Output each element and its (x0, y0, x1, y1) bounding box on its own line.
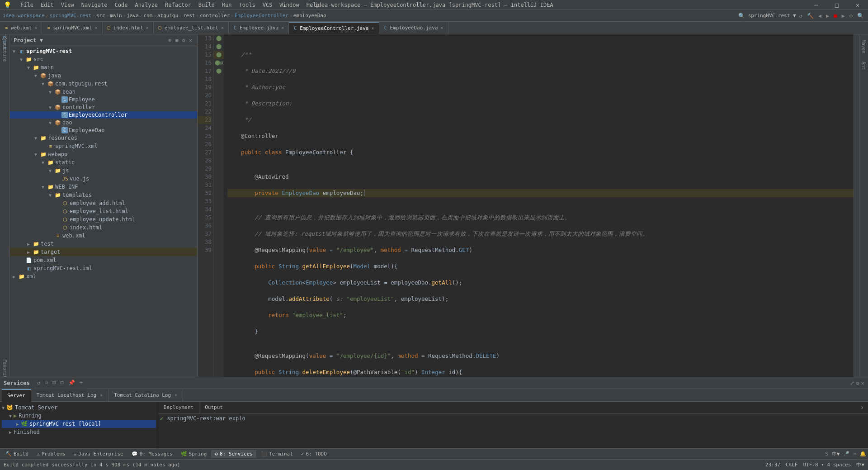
tree-item-vue-js[interactable]: ▶ JS vue.js (10, 175, 197, 183)
srv-item-tomcat[interactable]: ▼ 🐱 Tomcat Server (2, 404, 156, 412)
tab-close-employeecontroller-java[interactable]: × (370, 25, 375, 31)
srv-item-running[interactable]: ▼ ▶ Running (2, 412, 156, 420)
taskbar-todo[interactable]: ✓ 6: TODO (297, 450, 330, 458)
sidebar-close-icon[interactable]: ✕ (188, 37, 193, 44)
tree-item-target[interactable]: ▶ 📁 target (10, 248, 197, 256)
menu-refactor[interactable]: Refactor (161, 1, 195, 9)
deployment-tab[interactable]: Deployment (158, 402, 199, 413)
status-lang[interactable]: 中▼ (856, 461, 864, 468)
tree-item-dao[interactable]: ▼ 📦 dao (10, 119, 197, 127)
tab-close-employee-java[interactable]: × (280, 25, 285, 31)
tree-item-pom-xml[interactable]: ▶ 📄 pom.xml (10, 256, 197, 264)
code-content[interactable]: /** * Date:2021/7/9 * Author:ybc * Descr… (224, 34, 854, 377)
tree-item-test[interactable]: ▶ 📁 test (10, 240, 197, 248)
services-pin-icon[interactable]: 📌 (66, 379, 77, 387)
services-close-icon[interactable]: ✕ (861, 380, 864, 386)
tree-item-employee[interactable]: ▶ C Employee (10, 96, 197, 103)
taskbar-spring[interactable]: 🌿 Spring (177, 450, 211, 458)
tree-item-webinf[interactable]: ▼ 📁 WEB-INF (10, 183, 197, 191)
menu-view[interactable]: View (57, 1, 78, 9)
right-tab-maven[interactable]: Maven (860, 36, 867, 57)
tree-item-springmvc-rest[interactable]: ▼ ◧ springMVC-rest (10, 47, 197, 55)
menu-edit[interactable]: Edit (37, 1, 57, 9)
menu-analyze[interactable]: Analyze (131, 1, 161, 9)
bread-item[interactable]: EmployeeController (235, 13, 288, 19)
tab-close-employee-list-html[interactable]: × (220, 25, 225, 31)
bread-item[interactable]: src (96, 13, 105, 19)
tab-employee-list-html[interactable]: ⬡ employee_list.html × (154, 22, 229, 34)
output-tab[interactable]: Output (199, 402, 228, 413)
tree-item-templates[interactable]: ▼ 📁 templates (10, 191, 197, 199)
toolbar-forward-icon[interactable]: ▶ (825, 12, 830, 19)
tree-item-web-xml[interactable]: ▶ ≡ web.xml (10, 232, 197, 240)
services-rerun-icon[interactable]: ↺ (35, 379, 42, 387)
services-tab-localhost-log[interactable]: Tomcat Localhost Log × (31, 389, 108, 402)
services-collapse-icon[interactable]: ≡ (43, 379, 50, 387)
tree-item-bean[interactable]: ▼ 📦 bean (10, 88, 197, 96)
tab-close-springmvc-xml[interactable]: × (94, 25, 98, 31)
close-button[interactable]: ✕ (847, 0, 868, 10)
sidebar-settings-icon[interactable]: ⚙ (181, 37, 187, 44)
taskbar-problems[interactable]: ⚠ Problems (33, 450, 69, 458)
tree-item-iml[interactable]: ▶ ◧ springMVC-rest.iml (10, 264, 197, 272)
taskbar-java-enterprise[interactable]: ☕ Java Enterprise (70, 450, 127, 458)
tree-item-java[interactable]: ▼ 📦 java (10, 71, 197, 80)
services-filter-icon[interactable]: ⊟ (59, 379, 66, 387)
toolbar-search2-icon[interactable]: 🔍 (856, 12, 865, 19)
tab-web-xml[interactable]: ≡ web.xml × (0, 22, 42, 34)
tree-item-static[interactable]: ▼ 📁 static (10, 158, 197, 166)
services-expand-icon[interactable]: ⤢ (850, 380, 854, 386)
bread-item[interactable]: main (110, 13, 122, 19)
services-settings-icon[interactable]: ⚙ (856, 380, 859, 386)
toolbar-stop-icon[interactable]: ■ (832, 12, 838, 19)
expand-arrow-icon[interactable]: › (856, 403, 868, 412)
tree-item-employee-list-html[interactable]: ▶ ⬡ employee_list.html (10, 207, 197, 215)
tab-employee-java[interactable]: C Employee.java × (229, 22, 289, 34)
bread-item[interactable]: rest (183, 13, 195, 19)
srv-item-springmvc-rest[interactable]: ▶ 🌿 springMVC-rest [local] (2, 420, 156, 428)
services-tab-close-catalina[interactable]: × (175, 393, 177, 398)
menu-vcs[interactable]: VCS (259, 1, 276, 9)
tree-item-package[interactable]: ▼ 📦 com.atguigu.rest (10, 80, 197, 88)
sidebar-locate-icon[interactable]: ⊕ (167, 37, 173, 44)
taskbar-services[interactable]: ⚙ 8: Services (211, 450, 256, 458)
tree-item-employeecontroller[interactable]: ▶ C EmployeeController (10, 111, 197, 119)
editor-scrollbar[interactable] (854, 34, 859, 377)
tree-item-js[interactable]: ▼ 📁 js (10, 166, 197, 175)
tree-item-springmvc-xml[interactable]: ▶ ≡ springMVC.xml (10, 142, 197, 150)
toolbar-settings-icon[interactable]: ⚙ (848, 12, 854, 19)
tab-close-index-html[interactable]: × (145, 25, 150, 31)
bread-item[interactable]: java (127, 13, 139, 19)
tab-springmvc-xml[interactable]: ≡ springMVC.xml × (42, 22, 102, 34)
bread-item[interactable]: controller (200, 13, 230, 19)
tab-close-employeedao-java[interactable]: × (439, 25, 444, 31)
toolbar-search-icon[interactable]: 🔍 (737, 12, 746, 19)
right-tab-ant[interactable]: Ant (860, 58, 867, 73)
toolbar-run-icon[interactable]: ▶ (840, 12, 846, 19)
tree-item-resources[interactable]: ▼ 📁 resources (10, 134, 197, 142)
menu-code[interactable]: Code (111, 1, 132, 9)
minimize-button[interactable]: ─ (806, 0, 826, 10)
services-tab-close-localhost[interactable]: × (100, 393, 103, 398)
tree-item-employee-add-html[interactable]: ▶ ⬡ employee_add.html (10, 199, 197, 207)
bread-item[interactable]: idea-workspace (3, 13, 45, 19)
tree-item-controller[interactable]: ▼ 📦 controller (10, 103, 197, 111)
tree-item-xml-folder[interactable]: ▶ 📁 xml (10, 272, 197, 280)
toolbar-back-icon[interactable]: ◀ (817, 12, 823, 19)
menu-tools[interactable]: Tools (236, 1, 259, 9)
tree-item-webapp[interactable]: ▼ 📁 webapp (10, 150, 197, 158)
strip-favorites[interactable]: Favorites (0, 367, 9, 376)
menu-build[interactable]: Build (195, 1, 218, 9)
tree-item-main[interactable]: ▼ 📁 main (10, 63, 197, 71)
toolbar-refresh-icon[interactable]: ↺ (798, 12, 804, 19)
maximize-button[interactable]: □ (826, 0, 847, 10)
tree-item-src[interactable]: ▼ 📁 src (10, 55, 197, 63)
code-area[interactable]: 13 14 15 16 17 18 19 20 21 22 23 24 25 2… (198, 34, 859, 377)
strip-structure[interactable]: Structure (0, 45, 9, 54)
taskbar-build[interactable]: 🔨 Build (2, 450, 32, 458)
services-add-icon[interactable]: + (78, 379, 85, 387)
bread-item[interactable]: com (143, 13, 152, 19)
taskbar-terminal[interactable]: ⬛ Terminal (257, 450, 297, 458)
services-group-icon[interactable]: ⊞ (51, 379, 57, 387)
sidebar-collapse-icon[interactable]: ≡ (174, 37, 179, 44)
